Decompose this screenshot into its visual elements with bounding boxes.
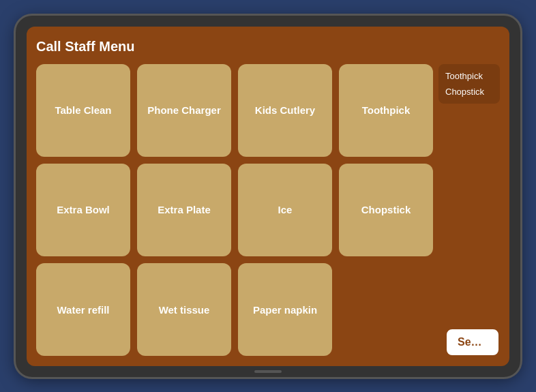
- menu-item-extra-plate[interactable]: Extra Plate: [137, 164, 231, 256]
- side-item-chopstick[interactable]: Chopstick: [441, 84, 497, 100]
- grid-row-2: Water refill Wet tissue Paper napkin: [36, 263, 433, 356]
- side-panel: Toothpick Chopstick Send R: [438, 64, 500, 357]
- side-item-toothpick[interactable]: Toothpick: [441, 68, 497, 84]
- menu-item-extra-bowl[interactable]: Extra Bowl: [36, 164, 130, 256]
- menu-item-paper-napkin[interactable]: Paper napkin: [238, 263, 332, 356]
- send-button[interactable]: Send R: [445, 328, 500, 357]
- send-button-container: Send R: [438, 328, 500, 357]
- header: Call Staff Menu: [36, 39, 500, 55]
- tablet-frame: Call Staff Menu Table Clean Phone Charge…: [16, 16, 520, 377]
- menu-item-ice[interactable]: Ice: [238, 164, 332, 256]
- menu-item-phone-charger[interactable]: Phone Charger: [137, 64, 231, 157]
- menu-item-kids-cutlery[interactable]: Kids Cutlery: [238, 64, 332, 157]
- side-list: Toothpick Chopstick: [438, 64, 500, 104]
- tablet-screen: Call Staff Menu Table Clean Phone Charge…: [27, 27, 509, 366]
- menu-item-wet-tissue[interactable]: Wet tissue: [137, 263, 231, 356]
- grid-row-1: Extra Bowl Extra Plate Ice Chopstick: [36, 164, 433, 256]
- grid-area: Table Clean Phone Charger Kids Cutlery T…: [36, 64, 433, 357]
- grid-row-0: Table Clean Phone Charger Kids Cutlery T…: [36, 64, 433, 157]
- menu-item-table-clean[interactable]: Table Clean: [36, 64, 130, 157]
- menu-item-chopstick[interactable]: Chopstick: [339, 164, 433, 256]
- home-indicator: [254, 370, 282, 373]
- menu-item-water-refill[interactable]: Water refill: [36, 263, 130, 356]
- content-area: Table Clean Phone Charger Kids Cutlery T…: [36, 64, 500, 357]
- menu-item-toothpick[interactable]: Toothpick: [339, 64, 433, 157]
- page-title: Call Staff Menu: [36, 39, 134, 54]
